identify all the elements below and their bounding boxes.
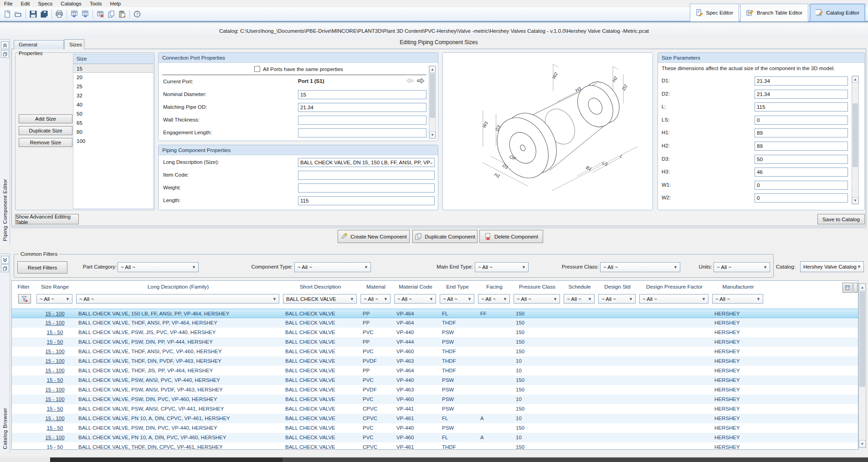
column-filter-dropdown[interactable]: ~ All ~▼ <box>712 294 763 304</box>
cell-size-range[interactable]: 15 - 100 <box>35 414 75 423</box>
menu-tools[interactable]: Tools <box>86 0 106 7</box>
filter-dropdown-mainendtype[interactable]: ~ All ~▼ <box>475 262 529 272</box>
field-input[interactable] <box>755 128 848 137</box>
size-list-item[interactable]: 25 <box>73 82 153 91</box>
table-row[interactable]: 15 - 50BALL CHECK VALVE, PSW, ANSI, PVC,… <box>12 376 858 385</box>
mode-button-catalog-editor[interactable]: Catalog Editor <box>810 4 865 22</box>
size-list-item[interactable]: 80 <box>73 127 153 137</box>
field-input[interactable] <box>755 168 848 177</box>
cell-size-range[interactable]: 15 - 100 <box>35 347 75 356</box>
table-row[interactable]: 15 - 100BALL CHECK VALVE, PSW, ANSI, PVD… <box>12 385 858 395</box>
table-row[interactable]: 15 - 50BALL CHECK VALVE, PSW, JIS, PVC, … <box>12 328 858 337</box>
field-input[interactable] <box>755 193 848 203</box>
collapse-browser-button[interactable] <box>1 256 9 264</box>
cell-size-range[interactable]: 15 - 50 <box>35 376 75 385</box>
column-filter-dropdown[interactable]: ~ All ~▼ <box>360 294 390 304</box>
table-row[interactable]: 15 - 100BALL CHECK VALVE, PN 10, A, DIN,… <box>12 433 858 442</box>
float-editor-panel-button[interactable] <box>1 50 9 58</box>
all-ports-checkbox[interactable] <box>254 66 260 72</box>
help-icon[interactable]: ? <box>132 9 142 19</box>
field-input[interactable] <box>298 183 435 193</box>
copy-icon[interactable] <box>106 9 116 19</box>
table-row[interactable]: 15 - 50BALL CHECK VALVE, PSW, DIN, PP, V… <box>12 337 858 347</box>
previous-port-arrow-icon[interactable] <box>406 78 414 84</box>
filter-dropdown-units[interactable]: ~ All ~▼ <box>714 262 770 272</box>
field-input[interactable] <box>298 116 426 125</box>
column-filter-dropdown[interactable]: ~ All ~▼ <box>639 294 709 304</box>
print-icon[interactable] <box>54 9 64 19</box>
menu-specs[interactable]: Specs <box>34 0 56 7</box>
table-row[interactable]: 15 - 100BALL CHECK VALVE, PSW, DIN, PVC,… <box>12 395 858 404</box>
next-port-arrow-icon[interactable] <box>417 78 425 84</box>
mode-button-spec-editor[interactable]: Spec Editor <box>690 4 739 22</box>
table-row[interactable]: 15 - 100BALL CHECK VALVE, 150 LB, FF, AN… <box>12 309 858 318</box>
table-row[interactable]: 15 - 50BALL CHECK VALVE, PSW, ANSI, CPVC… <box>12 404 858 414</box>
menu-help[interactable]: Help <box>106 0 125 7</box>
remove-size-button[interactable]: Remove Size <box>19 138 72 147</box>
field-input[interactable] <box>755 181 848 190</box>
size-list-item[interactable]: 32 <box>73 91 153 100</box>
column-filter-dropdown[interactable]: ~ All ~▼ <box>440 294 474 304</box>
cell-size-range[interactable]: 15 - 100 <box>35 356 75 366</box>
duplicate-component-button[interactable]: Duplicate Component <box>412 230 478 243</box>
size-list-item[interactable]: 15 <box>73 64 153 73</box>
column-filter-dropdown[interactable]: ~ All ~▼ <box>76 294 279 304</box>
field-input[interactable] <box>755 116 848 125</box>
create-new-component-button[interactable]: Create New Component <box>338 230 410 243</box>
mode-button-branch-table-editor[interactable]: Branch Table Editor <box>740 4 808 22</box>
field-input[interactable] <box>298 90 426 99</box>
save-all-icon[interactable] <box>39 9 49 19</box>
size-list-item[interactable]: 40 <box>73 100 153 109</box>
save-icon[interactable] <box>28 9 38 19</box>
field-input[interactable] <box>298 158 435 167</box>
filter-dropdown-partcategory[interactable]: ~ All ~▼ <box>118 262 199 272</box>
menu-catalogs[interactable]: Catalogs <box>56 0 85 7</box>
field-input[interactable] <box>755 102 848 112</box>
reset-filters-button[interactable]: Reset Filters <box>17 261 67 274</box>
column-filter-dropdown[interactable]: ~ All ~▼ <box>394 294 436 304</box>
size-parameters-scrollbar[interactable]: ▲ ▼ <box>852 76 859 204</box>
add-size-button[interactable]: Add Size <box>19 114 72 123</box>
column-filter-dropdown[interactable]: ~ All ~▼ <box>478 294 510 304</box>
save-to-catalog-button[interactable]: Save to Catalog <box>817 214 865 224</box>
table-splitter-button[interactable] <box>853 283 858 293</box>
cell-size-range[interactable]: 15 - 100 <box>35 309 75 319</box>
duplicate-size-button[interactable]: Duplicate Size <box>19 126 72 135</box>
tab-sizes[interactable]: Sizes <box>64 39 84 49</box>
field-input[interactable] <box>298 103 426 112</box>
column-filter-dropdown[interactable]: ~ All ~▼ <box>564 294 595 304</box>
new-icon[interactable] <box>2 9 12 19</box>
table-row[interactable]: 15 - 100BALL CHECK VALVE, THDF, JIS, PP,… <box>12 366 858 376</box>
table-scrollbar[interactable]: ▲ ▼ <box>858 283 866 448</box>
field-input[interactable] <box>755 142 848 151</box>
size-list-item[interactable]: 50 <box>73 109 153 118</box>
field-input[interactable] <box>298 196 435 205</box>
open-icon[interactable] <box>13 9 23 19</box>
insert-table-right-icon[interactable] <box>80 9 90 19</box>
cell-size-range[interactable]: 15 - 100 <box>35 318 75 328</box>
table-row[interactable]: 15 - 100BALL CHECK VALVE, THDF, ANSI, PV… <box>12 347 858 356</box>
paste-icon[interactable] <box>117 9 127 19</box>
size-list-item[interactable]: 20 <box>73 73 153 82</box>
insert-table-left-icon[interactable] <box>69 9 79 19</box>
field-input[interactable] <box>755 90 848 99</box>
tab-general-properties[interactable]: General Properties <box>14 40 64 49</box>
catalog-select[interactable]: Hershey Valve Catalog▼ <box>800 261 864 272</box>
delete-table-icon[interactable] <box>95 9 105 19</box>
table-layout-button[interactable] <box>842 283 853 293</box>
table-row[interactable]: 15 - 100BALL CHECK VALVE, THDF, DIN, PVD… <box>12 356 858 366</box>
cell-size-range[interactable]: 15 - 50 <box>35 423 75 433</box>
filter-dropdown-componenttype[interactable]: ~ All ~▼ <box>294 262 371 272</box>
filter-dropdown-pressureclass[interactable]: ~ All ~▼ <box>600 262 680 272</box>
cell-size-range[interactable]: 15 - 50 <box>35 337 75 347</box>
column-filter-dropdown[interactable]: ~ All ~▼ <box>514 294 560 304</box>
show-advanced-editing-table-button[interactable]: Show Advanced Editing Table <box>15 214 79 224</box>
cell-size-range[interactable]: 15 - 100 <box>35 366 75 376</box>
column-filter-dropdown[interactable]: BALL CHECK VALVE▼ <box>283 294 357 304</box>
field-input[interactable] <box>755 155 848 164</box>
cell-size-range[interactable]: 15 - 50 <box>35 328 75 337</box>
delete-component-button[interactable]: Delete Component <box>479 230 543 243</box>
table-row[interactable]: 15 - 50BALL CHECK VALVE, PSW, DIN, PVC, … <box>12 423 858 433</box>
collapse-editor-button[interactable] <box>1 41 9 49</box>
cell-size-range[interactable]: 15 - 50 <box>35 442 75 450</box>
